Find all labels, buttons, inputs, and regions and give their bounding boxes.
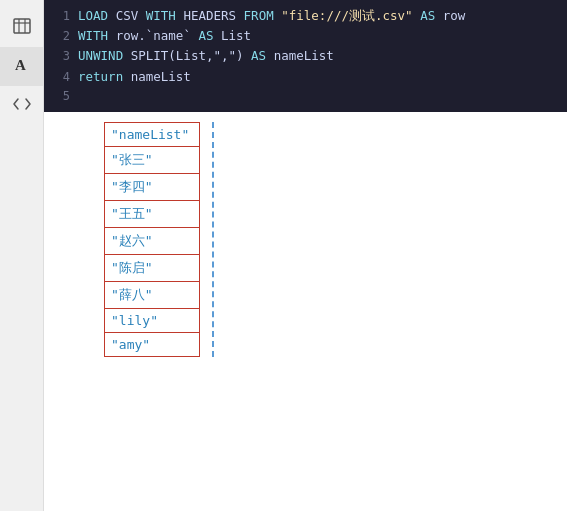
code-editor[interactable]: 1LOAD CSV WITH HEADERS FROM "file:///测试.… <box>44 0 567 112</box>
sidebar: A <box>0 0 44 511</box>
table-cell: "lily" <box>105 308 200 332</box>
table-row: "lily" <box>105 308 200 332</box>
line-number: 4 <box>54 68 70 87</box>
svg-rect-0 <box>14 19 30 33</box>
line-number: 3 <box>54 47 70 66</box>
main-content: 1LOAD CSV WITH HEADERS FROM "file:///测试.… <box>44 0 567 511</box>
table-row: "李四" <box>105 173 200 200</box>
table-cell: "张三" <box>105 146 200 173</box>
code-line: 3UNWIND SPLIT(List,",") AS nameList <box>54 46 557 66</box>
table-cell: "赵六" <box>105 227 200 254</box>
sidebar-item-table[interactable] <box>0 8 43 47</box>
line-number: 5 <box>54 87 70 106</box>
text-icon: A <box>12 55 32 75</box>
table-cell: "amy" <box>105 332 200 356</box>
table-row: "陈启" <box>105 254 200 281</box>
table-row: "薛八" <box>105 281 200 308</box>
table-cell: "陈启" <box>105 254 200 281</box>
code-text: return nameList <box>78 67 191 87</box>
table-cell: "薛八" <box>105 281 200 308</box>
line-number: 2 <box>54 27 70 46</box>
table-row: "赵六" <box>105 227 200 254</box>
svg-text:A: A <box>15 57 26 73</box>
code-icon <box>12 94 32 114</box>
table-row: "张三" <box>105 146 200 173</box>
table-header-cell: "nameList" <box>105 122 200 146</box>
dashed-border-line <box>212 122 214 357</box>
table-row: "王五" <box>105 200 200 227</box>
code-text: LOAD CSV WITH HEADERS FROM "file:///测试.c… <box>78 6 465 26</box>
code-line: 1LOAD CSV WITH HEADERS FROM "file:///测试.… <box>54 6 557 26</box>
code-text: WITH row.`name` AS List <box>78 26 251 46</box>
table-cell: "王五" <box>105 200 200 227</box>
sidebar-item-code[interactable] <box>0 86 43 125</box>
code-line: 5 <box>54 87 557 106</box>
table-row: "amy" <box>105 332 200 356</box>
code-line: 2WITH row.`name` AS List <box>54 26 557 46</box>
line-number: 1 <box>54 7 70 26</box>
results-area: "nameList""张三""李四""王五""赵六""陈启""薛八""lily"… <box>44 112 567 511</box>
table-icon <box>12 16 32 36</box>
table-row: "nameList" <box>105 122 200 146</box>
sidebar-item-text[interactable]: A <box>0 47 43 86</box>
code-text: UNWIND SPLIT(List,",") AS nameList <box>78 46 334 66</box>
result-table: "nameList""张三""李四""王五""赵六""陈启""薛八""lily"… <box>104 122 200 357</box>
table-cell: "李四" <box>105 173 200 200</box>
code-line: 4return nameList <box>54 67 557 87</box>
